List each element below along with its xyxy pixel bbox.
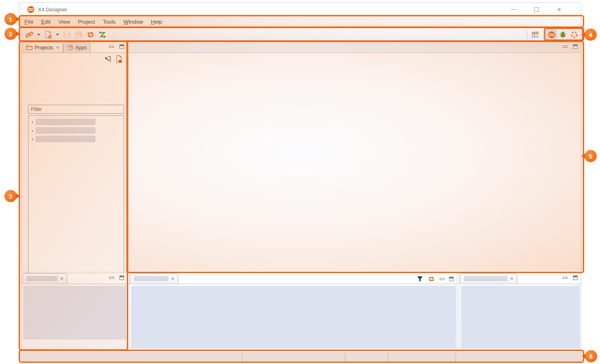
statusbar-separator	[242, 353, 242, 361]
projects-view-toolbar	[104, 55, 123, 63]
x4-designer-perspective-button[interactable]	[547, 29, 556, 40]
maximize-icon	[534, 7, 539, 12]
editor-area	[128, 42, 581, 273]
menu-edit[interactable]: Edit	[41, 19, 51, 25]
menu-tools[interactable]: Tools	[103, 19, 116, 25]
redacted-tab-label	[464, 276, 507, 281]
main-toolbar	[20, 28, 581, 42]
statusbar-separator	[345, 353, 345, 361]
menu-project[interactable]: Project	[78, 19, 95, 25]
menu-window[interactable]: Window	[124, 19, 143, 25]
annotation-badge-2: 2	[4, 28, 17, 40]
toolbar-drag-handle[interactable]	[527, 30, 527, 39]
save-all-icon	[75, 31, 83, 39]
redacted-content	[23, 286, 126, 340]
panel-minimize-icon[interactable]	[109, 277, 114, 279]
editor-maximize-icon[interactable]	[573, 44, 578, 49]
title-bar: X4 Designer ✕	[20, 3, 581, 16]
new-file-button[interactable]	[43, 29, 53, 40]
close-icon: ✕	[557, 7, 562, 13]
debug-perspective-icon	[559, 31, 567, 39]
minimize-icon	[511, 9, 516, 10]
editor-minimize-icon[interactable]	[563, 46, 567, 48]
annotation-badge-1: 1	[4, 13, 17, 25]
document-eye-icon[interactable]	[115, 55, 123, 63]
redacted-tab-label	[134, 276, 168, 281]
x4-designer-perspective-icon	[548, 31, 555, 38]
tab-projects[interactable]: Projects ✕	[22, 42, 63, 53]
bottom-right-panel: ✕	[459, 273, 581, 350]
annotation-badge-6: 6	[585, 350, 597, 362]
connect-button[interactable]	[24, 29, 34, 40]
panel-maximize-icon[interactable]	[573, 276, 578, 280]
redacted-tab-label	[26, 276, 58, 281]
bottom-left-tab-close-icon[interactable]: ✕	[60, 276, 64, 281]
bottom-middle-tab[interactable]: ✕	[130, 273, 178, 284]
menu-view[interactable]: View	[58, 19, 70, 25]
tree-item[interactable]: ›	[29, 117, 124, 126]
tree-item[interactable]: ›	[29, 135, 124, 143]
bottom-right-tab[interactable]: ✕	[460, 273, 517, 284]
statusbar-drag-handle[interactable]	[455, 354, 456, 361]
window-minimize-button[interactable]	[508, 5, 519, 14]
panel-maximize-icon[interactable]	[120, 276, 124, 280]
toolbar-separator	[543, 30, 544, 39]
redacted-label	[35, 127, 95, 134]
panel-maximize-icon[interactable]	[449, 277, 454, 281]
save-button[interactable]	[62, 29, 72, 40]
connect-dropdown-caret[interactable]	[37, 34, 40, 35]
editor-tabbar	[129, 42, 581, 53]
bottom-middle-tab-close-icon[interactable]: ✕	[171, 276, 175, 281]
menu-help[interactable]: Help	[151, 19, 162, 25]
refresh-button[interactable]	[86, 29, 95, 40]
window-close-button[interactable]: ✕	[554, 5, 565, 14]
redacted-label	[35, 136, 95, 142]
redacted-content	[131, 286, 456, 349]
projects-panel: Projects ✕ Apps	[21, 42, 128, 271]
status-bar	[20, 352, 581, 362]
app-logo-icon	[27, 6, 34, 13]
tab-projects-close-icon[interactable]: ✕	[56, 45, 59, 50]
menu-file[interactable]: File	[24, 19, 33, 25]
open-perspective-button[interactable]	[531, 29, 540, 40]
bottom-right-tab-close-icon[interactable]: ✕	[510, 276, 514, 281]
new-file-dropdown-caret[interactable]	[56, 34, 59, 35]
bottom-left-panel: ✕ ‹ ›	[21, 273, 128, 350]
save-all-button[interactable]	[74, 29, 84, 40]
navigate-icon[interactable]	[104, 55, 112, 63]
runtime-perspective-button[interactable]	[569, 29, 579, 40]
window-maximize-button[interactable]	[531, 5, 542, 14]
debug-perspective-button[interactable]	[558, 29, 568, 40]
chevron-right-icon[interactable]: ›	[31, 128, 33, 133]
save-icon	[63, 31, 71, 39]
panel-minimize-icon[interactable]	[563, 277, 567, 279]
projects-panel-tabbar: Projects ✕ Apps	[22, 42, 127, 53]
bottom-middle-panel: ✕	[129, 273, 457, 350]
open-perspective-icon	[531, 31, 540, 39]
bottom-left-tab[interactable]: ✕	[22, 273, 67, 284]
refresh-icon[interactable]	[428, 276, 435, 282]
runtime-perspective-icon	[570, 31, 578, 39]
window-title: X4 Designer	[38, 7, 67, 13]
transfer-icon	[98, 31, 106, 39]
annotation-badge-3: 3	[4, 190, 17, 202]
annotation-badge-4: 4	[585, 29, 597, 41]
transfer-button[interactable]	[97, 29, 107, 40]
chevron-right-icon[interactable]: ›	[31, 119, 33, 125]
app-window: X4 Designer ✕ File Edit View Project Too…	[19, 2, 581, 362]
annotation-badge-5: 5	[585, 150, 597, 162]
filter-input[interactable]	[28, 105, 124, 114]
tab-apps[interactable]: Apps	[63, 42, 91, 53]
chevron-right-icon[interactable]: ›	[31, 136, 33, 142]
filter-icon[interactable]	[417, 276, 423, 282]
redacted-label	[35, 119, 95, 125]
connect-icon	[25, 31, 33, 39]
tab-projects-label: Projects	[35, 45, 53, 51]
panel-minimize-icon[interactable]	[440, 278, 444, 280]
screenshot: X4 Designer ✕ File Edit View Project Too…	[0, 0, 600, 364]
statusbar-separator	[388, 353, 388, 361]
folder-icon	[26, 45, 33, 50]
panel-minimize-icon[interactable]	[109, 46, 114, 48]
panel-maximize-icon[interactable]	[120, 44, 124, 49]
tree-item[interactable]: ›	[29, 126, 124, 135]
